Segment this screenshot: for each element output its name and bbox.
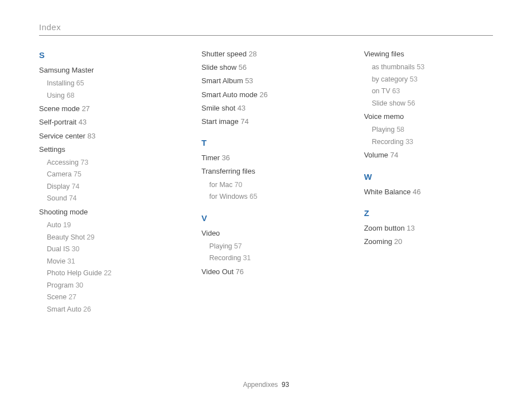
sub-label: Beauty Shot (47, 233, 85, 241)
index-entry: Video Out 76 (201, 267, 330, 277)
page-ref: 74 (69, 194, 77, 202)
entry-label: Video Out (201, 267, 234, 276)
page-ref: 29 (87, 233, 95, 241)
index-entry: Smile shot 43 (201, 103, 330, 113)
index-entry: Slide show 56 (201, 63, 330, 73)
entry-label: Start image (201, 117, 238, 126)
index-entry: Zoom button 13 (364, 223, 493, 233)
page-ref: 27 (82, 104, 90, 113)
index-subentry: by category 53 (372, 75, 493, 85)
page-ref: 19 (63, 221, 71, 229)
entry-label: Shutter speed (201, 50, 246, 58)
index-entry: Shutter speed 28 (201, 49, 330, 59)
entry-label: Smart Auto mode (201, 90, 257, 99)
entry-label: Smart Album (201, 76, 243, 85)
index-entry: Viewing files (364, 49, 493, 59)
index-subentry: Recording 31 (209, 253, 330, 264)
entry-label: Volume (364, 151, 388, 159)
letter-w: W (364, 171, 493, 183)
page-ref: 53 (417, 63, 424, 71)
page-ref: 74 (71, 183, 79, 190)
sub-label: Playing (372, 126, 395, 133)
sub-label: Dual IS (47, 245, 70, 253)
sub-label: as thumbnails (372, 63, 415, 71)
index-subentry: for Windows 65 (209, 192, 330, 202)
page-ref: 76 (236, 267, 244, 276)
index-subentry: Playing 58 (372, 125, 493, 135)
letter-v: V (201, 212, 330, 224)
page-ref: 63 (392, 87, 400, 95)
sub-label: Accessing (47, 159, 79, 166)
index-entry: Samsung Master (39, 65, 168, 75)
page-ref: 65 (76, 79, 84, 87)
entry-label: Scene mode (39, 104, 80, 113)
sub-label: for Mac (209, 181, 233, 189)
sub-label: Using (47, 92, 65, 99)
index-subentry: as thumbnails 53 (372, 63, 493, 73)
index-subentry: Sound 74 (47, 194, 168, 204)
index-entry: Zooming 20 (364, 237, 493, 247)
sub-label: Camera (47, 170, 71, 178)
entry-label: Service center (39, 132, 85, 140)
index-subentry: Accessing 73 (47, 158, 168, 168)
page-ref: 33 (405, 138, 413, 146)
page-ref: 46 (413, 188, 420, 196)
page-ref: 13 (407, 224, 414, 232)
entry-label: Timer (201, 154, 220, 162)
index-subentry: Program 30 (47, 281, 168, 291)
page-ref: 27 (69, 293, 76, 301)
index-entry: Smart Auto mode 26 (201, 90, 330, 100)
page-header: Index (39, 22, 493, 36)
index-subentry: on TV 63 (372, 87, 493, 97)
sub-label: Recording (209, 254, 241, 262)
index-subentry: Camera 75 (47, 170, 168, 180)
index-entry: Scene mode 27 (39, 104, 168, 114)
sub-label: Slide show (372, 99, 405, 107)
page-ref: 26 (83, 305, 91, 313)
page-ref: 53 (410, 75, 418, 83)
sub-label: by category (372, 75, 408, 83)
index-entry: Start image 74 (201, 117, 330, 127)
index-subentry: Beauty Shot 29 (47, 233, 168, 243)
footer-page-number: 93 (282, 381, 289, 389)
index-subentry: Movie 31 (47, 257, 168, 267)
sub-label: Installing (47, 79, 74, 87)
index-entry: Service center 83 (39, 131, 168, 141)
page-ref: 75 (74, 170, 81, 178)
page-ref: 26 (259, 90, 267, 99)
page-ref: 43 (79, 118, 86, 126)
page-ref: 43 (238, 104, 245, 112)
index-subentry: Using 68 (47, 91, 168, 101)
sub-label: Display (47, 183, 70, 190)
index-entry: Smart Album 53 (201, 76, 330, 86)
sub-label: Sound (47, 194, 67, 202)
sub-label: Program (47, 281, 74, 289)
index-entry: Volume 74 (364, 150, 493, 160)
sub-label: Scene (47, 293, 66, 301)
page-ref: 22 (104, 269, 112, 277)
letter-t: T (201, 137, 330, 149)
sub-label: Auto (47, 221, 61, 229)
index-column-1: S Samsung Master Installing 65 Using 68 … (39, 49, 168, 317)
page-ref: 57 (234, 242, 242, 250)
sub-label: for Windows (209, 193, 248, 200)
sub-label: Smart Auto (47, 305, 81, 313)
page-ref: 31 (67, 257, 75, 265)
index-entry: White Balance 46 (364, 187, 493, 197)
page-ref: 65 (250, 193, 258, 200)
index-subentry: for Mac 70 (209, 180, 330, 190)
entry-label: Zooming (364, 237, 393, 246)
index-subentry: Scene 27 (47, 293, 168, 303)
entry-label: White Balance (364, 188, 411, 196)
index-entry: Voice memo (364, 112, 493, 122)
index-subentry: Display 74 (47, 182, 168, 192)
entry-label: Zoom button (364, 224, 405, 232)
page-ref: 31 (243, 254, 251, 262)
page-ref: 20 (394, 237, 402, 246)
footer-section: Appendixes (243, 381, 278, 389)
page-ref: 74 (240, 117, 248, 126)
page-ref: 53 (245, 76, 253, 85)
page-ref: 58 (396, 126, 404, 133)
index-entry: Video (201, 228, 330, 238)
page-ref: 28 (249, 50, 257, 58)
